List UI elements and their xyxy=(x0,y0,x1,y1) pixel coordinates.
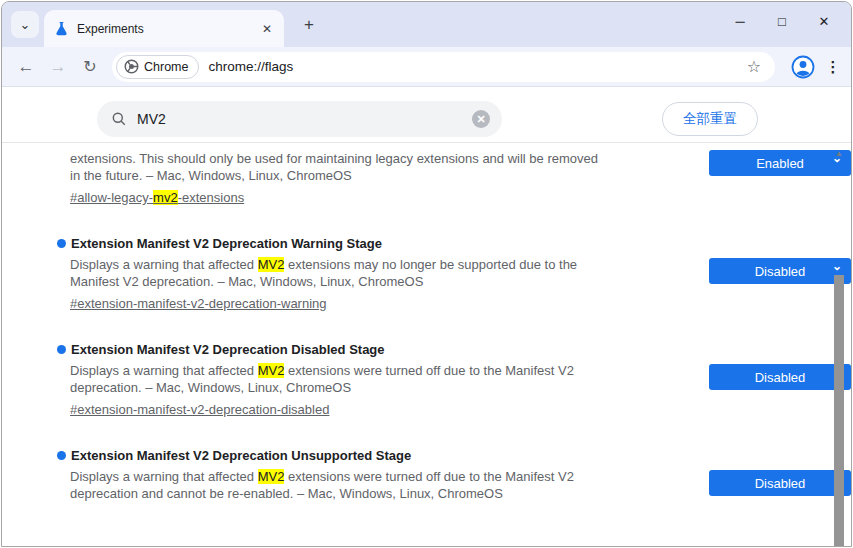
browser-toolbar: ← → ↻ Chrome chrome://flags ☆ ⋮ xyxy=(2,47,851,87)
flag-bullet-icon xyxy=(57,239,66,248)
tab-title: Experiments xyxy=(77,22,258,36)
flag-description: extensions. This should only be used for… xyxy=(70,150,610,184)
scroll-up-arrow-icon[interactable]: ▲ xyxy=(833,148,845,160)
search-query-text: MV2 xyxy=(137,111,472,127)
flag-state-value: Disabled xyxy=(755,264,806,279)
chrome-logo-icon xyxy=(124,59,139,74)
flag-permalink[interactable]: #extension-manifest-v2-deprecation-disab… xyxy=(70,402,329,417)
flag-title: Extension Manifest V2 Deprecation Unsupp… xyxy=(71,448,411,463)
search-icon xyxy=(111,111,127,127)
flag-row: Extension Manifest V2 Deprecation Unsupp… xyxy=(57,448,851,508)
address-bar[interactable]: Chrome chrome://flags ☆ xyxy=(112,52,775,82)
url-text: chrome://flags xyxy=(208,59,740,74)
flag-row: Extension Manifest V2 Deprecation Disabl… xyxy=(57,342,851,418)
new-tab-button[interactable]: + xyxy=(296,12,322,38)
flag-permalink[interactable]: #extension-manifest-v2-deprecation-warni… xyxy=(70,296,327,311)
minimize-button[interactable]: ─ xyxy=(719,14,761,29)
close-window-button[interactable]: ✕ xyxy=(803,14,845,29)
reload-button[interactable]: ↻ xyxy=(74,57,106,76)
flag-state-select[interactable]: Disabled ⌄ xyxy=(709,470,851,496)
site-chip-label: Chrome xyxy=(144,60,188,74)
flag-state-select[interactable]: Disabled ⌄ xyxy=(709,258,851,284)
bookmark-star-icon[interactable]: ☆ xyxy=(741,57,767,76)
flag-state-value: Enabled xyxy=(756,156,804,171)
flag-state-value: Disabled xyxy=(755,476,806,491)
forward-button[interactable]: → xyxy=(42,57,74,77)
flag-state-value: Disabled xyxy=(755,370,806,385)
flag-title: Extension Manifest V2 Deprecation Warnin… xyxy=(71,236,382,251)
window-controls: ─ □ ✕ xyxy=(719,2,845,40)
tab-experiments[interactable]: Experiments ✕ xyxy=(44,10,284,47)
maximize-button[interactable]: □ xyxy=(761,14,803,29)
tab-strip: ⌄ Experiments ✕ + ─ □ ✕ xyxy=(2,2,851,47)
flag-bullet-icon xyxy=(57,345,66,354)
page-scrollbar[interactable]: ▲ xyxy=(833,148,845,542)
profile-avatar-icon[interactable] xyxy=(791,55,815,79)
flag-state-select[interactable]: Enabled ⌄ xyxy=(709,150,851,176)
flag-description: Displays a warning that affected MV2 ext… xyxy=(70,256,610,290)
flags-search-row: MV2 ✕ 全部重置 xyxy=(2,87,851,137)
back-button[interactable]: ← xyxy=(10,57,42,77)
flags-search-input[interactable]: MV2 ✕ xyxy=(97,101,502,137)
flag-description: Displays a warning that affected MV2 ext… xyxy=(70,468,610,502)
site-info-chip[interactable]: Chrome xyxy=(116,55,199,79)
browser-menu-icon[interactable]: ⋮ xyxy=(823,58,843,76)
flag-permalink[interactable]: #allow-legacy-mv2-extensions xyxy=(70,190,244,205)
experiments-flask-icon xyxy=(54,21,69,36)
clear-search-icon[interactable]: ✕ xyxy=(472,110,490,128)
flag-row: extensions. This should only be used for… xyxy=(57,150,851,206)
flag-title: Extension Manifest V2 Deprecation Disabl… xyxy=(71,342,385,357)
flag-row: Extension Manifest V2 Deprecation Warnin… xyxy=(57,236,851,312)
flags-list: extensions. This should only be used for… xyxy=(2,143,851,508)
flag-bullet-icon xyxy=(57,451,66,460)
tab-search-button[interactable]: ⌄ xyxy=(11,11,39,38)
flag-state-select[interactable]: Disabled ⌄ xyxy=(709,364,851,390)
reset-all-button[interactable]: 全部重置 xyxy=(662,102,758,136)
scrollbar-thumb[interactable] xyxy=(834,275,844,547)
flag-description: Displays a warning that affected MV2 ext… xyxy=(70,362,610,396)
tab-close-button[interactable]: ✕ xyxy=(258,20,276,38)
chevron-down-icon: ⌄ xyxy=(20,17,31,32)
browser-window: ⌄ Experiments ✕ + ─ □ ✕ ← → ↻ xyxy=(1,1,852,547)
